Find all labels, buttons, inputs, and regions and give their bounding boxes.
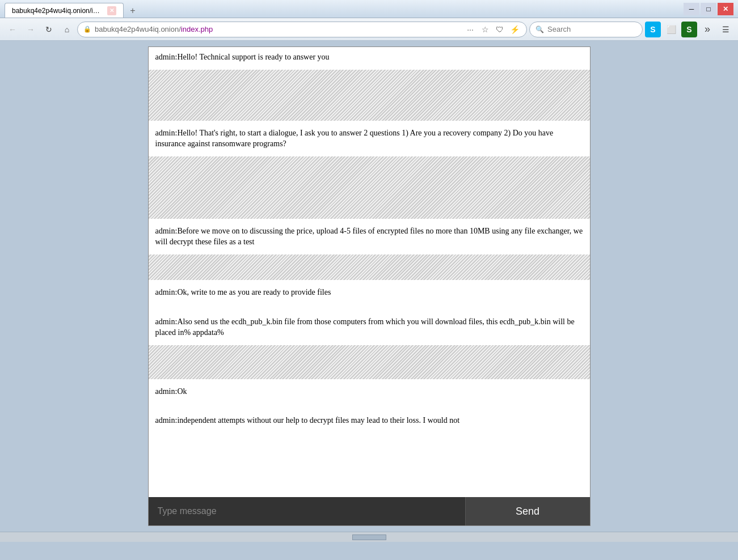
redacted-block [149, 345, 590, 379]
spacer [149, 303, 590, 312]
list-item: admin:Hello! That's right, to start a di… [149, 123, 590, 154]
search-bar[interactable]: 🔍 [529, 22, 643, 37]
home-button[interactable]: ⌂ [59, 22, 75, 37]
url-bar[interactable]: 🔒 babukq4e2p4wu4iq.onion/index.php ··· ☆… [77, 22, 527, 37]
maximize-button[interactable]: □ [701, 3, 716, 15]
list-item: admin:independent attempts without our h… [149, 410, 590, 431]
window-controls: ─ □ ✕ [684, 3, 733, 15]
list-item: admin:Before we move on to discussing th… [149, 221, 590, 252]
s-button[interactable]: S [681, 22, 697, 37]
list-item: admin:Hello! Technical support is ready … [149, 47, 590, 67]
message-text: admin:Also send us the ecdh_pub_k.bin fi… [155, 317, 575, 337]
minimize-button[interactable]: ─ [684, 3, 699, 15]
bookmark-button[interactable]: ☆ [479, 23, 491, 36]
sidebar-toggle-button[interactable]: ⬜ [663, 22, 679, 37]
nav-right-controls: S ⬜ S » ☰ [645, 22, 733, 37]
message-text: admin:Ok [155, 387, 187, 396]
active-tab[interactable]: babukq4e2p4wu4iq.onion/index.ph ✕ [5, 3, 124, 18]
new-tab-button[interactable]: + [126, 4, 140, 18]
url-domain: babukq4e2p4wu4iq.onion/ [95, 25, 181, 33]
skype-label: S [650, 25, 655, 34]
forward-button[interactable]: → [23, 22, 39, 37]
shield-button[interactable]: 🛡 [494, 23, 506, 36]
message-text: admin:independent attempts without our h… [155, 416, 460, 425]
send-label: Send [516, 506, 539, 517]
spacer [149, 401, 590, 410]
skype-button[interactable]: S [645, 22, 661, 37]
scroll-thumb[interactable] [352, 534, 386, 540]
list-item: admin:Ok [149, 381, 590, 402]
tab-title: babukq4e2p4wu4iq.onion/index.ph [12, 7, 103, 15]
horizontal-scrollbar[interactable] [0, 532, 738, 542]
lightning-button[interactable]: ⚡ [508, 23, 521, 36]
list-item: admin:Ok, write to me as you are ready t… [149, 282, 590, 303]
chat-window: admin:Hello! Technical support is ready … [148, 46, 591, 526]
message-text: admin:Hello! That's right, to start a di… [155, 129, 554, 149]
menu-button[interactable]: ☰ [718, 22, 733, 37]
s-label: S [686, 25, 691, 34]
send-button[interactable]: Send [465, 497, 590, 525]
message-input[interactable] [149, 497, 465, 525]
back-button[interactable]: ← [5, 22, 20, 37]
main-content-area: admin:Hello! Technical support is ready … [0, 41, 738, 532]
redacted-block [149, 156, 590, 219]
chat-messages-container[interactable]: admin:Hello! Technical support is ready … [149, 47, 590, 497]
url-path: index.php [181, 25, 213, 33]
navigation-bar: ← → ↻ ⌂ 🔒 babukq4e2p4wu4iq.onion/index.p… [0, 18, 738, 41]
message-text: admin:Hello! Technical support is ready … [155, 53, 330, 61]
search-input[interactable] [547, 25, 627, 33]
options-button[interactable]: ··· [464, 23, 476, 36]
message-text: admin:Ok, write to me as you are ready t… [155, 288, 331, 296]
tab-close-button[interactable]: ✕ [107, 6, 116, 15]
message-input-bar: Send [149, 497, 590, 525]
search-icon: 🔍 [535, 26, 544, 33]
url-display: babukq4e2p4wu4iq.onion/index.php [95, 25, 461, 33]
reload-button[interactable]: ↻ [41, 22, 57, 37]
close-button[interactable]: ✕ [718, 3, 733, 15]
url-actions: ··· ☆ 🛡 ⚡ [464, 23, 521, 36]
list-item: admin:Also send us the ecdh_pub_k.bin fi… [149, 312, 590, 343]
message-text: admin:Before we move on to discussing th… [155, 227, 583, 247]
more-extensions-button[interactable]: » [699, 22, 715, 37]
lock-icon: 🔒 [83, 26, 91, 33]
redacted-block [149, 254, 590, 280]
scroll-track[interactable] [0, 532, 738, 542]
redacted-block [149, 70, 590, 121]
title-bar: babukq4e2p4wu4iq.onion/index.ph ✕ + ─ □ … [0, 0, 738, 18]
tab-area: babukq4e2p4wu4iq.onion/index.ph ✕ + [5, 0, 684, 18]
